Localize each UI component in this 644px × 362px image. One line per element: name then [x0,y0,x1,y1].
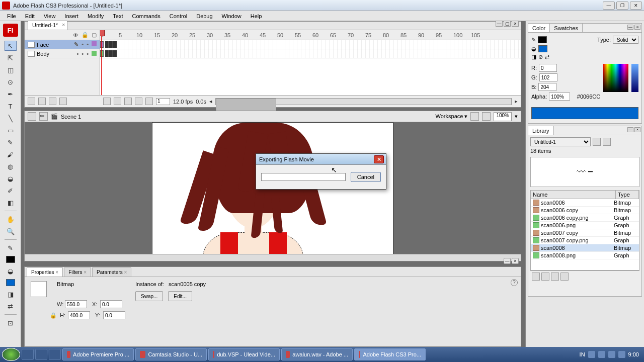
g-field[interactable] [539,73,557,81]
library-item[interactable]: scan0007 copyBitmap [531,229,639,237]
r-field[interactable] [539,64,557,72]
tab-color[interactable]: Color [528,24,550,32]
panel-minimize-icon[interactable]: — [627,25,633,30]
library-list[interactable]: Name Type scan0006Bitmapscan0006 copyBit… [530,190,639,270]
brush-tool[interactable]: 🖌 [5,149,17,159]
library-item[interactable]: scan0006.pngGraph [531,222,639,229]
black-white-icon[interactable]: ◨ [531,54,536,60]
tray-volume-icon[interactable] [598,351,605,358]
fill-swatch[interactable] [538,45,547,52]
library-item[interactable]: scan0006 copy.pngGraph [531,214,639,222]
swap-colors-icon[interactable]: ⇄ [545,54,549,60]
new-library-panel-icon[interactable] [603,138,611,146]
onion-skin-icon[interactable] [114,98,121,105]
quicklaunch-firefox-icon[interactable] [49,349,61,360]
back-icon[interactable]: ⇦ [39,112,48,121]
col-name[interactable]: Name [531,191,616,199]
modify-onion-markers-icon[interactable] [145,98,153,105]
edit-scene-dropdown-icon[interactable] [470,112,479,121]
menu-modify[interactable]: Modify [84,12,108,20]
panel-close-icon[interactable]: × [634,25,640,30]
panel-maximize-icon[interactable]: ▢ [504,21,511,27]
library-item[interactable]: scan0006Bitmap [531,199,639,207]
clock[interactable]: 9:00 [628,351,639,357]
frame-ruler[interactable]: 1510152025303540455055606570758085909510… [100,30,521,40]
maximize-button[interactable]: ❐ [616,2,628,10]
cancel-button[interactable]: Cancel [351,172,381,182]
taskbar-item[interactable]: Adobe Premiere Pro ... [62,348,134,360]
swap-colors-icon[interactable]: ⇄ [5,301,17,311]
layer-body[interactable]: Body ••• [25,49,100,58]
width-field[interactable] [65,300,87,308]
panel-minimize-icon[interactable]: — [496,21,503,27]
hand-tool[interactable]: ✋ [5,214,17,224]
delete-layer-icon[interactable] [59,98,67,105]
library-item[interactable]: scan0008.pngGraph [531,252,639,259]
library-item[interactable]: scan0008Bitmap [531,244,639,252]
free-transform-tool[interactable]: ◫ [5,65,17,75]
tab-library[interactable]: Library [528,126,554,135]
ink-bottle-tool[interactable]: ◍ [5,161,17,171]
taskbar-item[interactable]: awalun.wav - Adobe ... [281,348,353,360]
minimize-button[interactable]: — [603,2,615,10]
selection-tool[interactable]: ↖ [5,41,17,51]
menu-commands[interactable]: Commands [128,12,164,20]
pen-tool[interactable]: ✒ [5,89,17,99]
onion-skin-outlines-icon[interactable] [124,98,132,105]
zoom-dropdown-icon[interactable]: ▾ [515,113,518,120]
color-spectrum[interactable] [603,64,628,92]
library-item[interactable]: scan0007 copy.pngGraph [531,237,639,244]
taskbar-item[interactable]: dub.VSP - Ulead Vide... [208,348,280,360]
delete-icon[interactable] [560,273,569,281]
fill-color-swatch[interactable] [6,279,15,286]
y-field[interactable] [103,311,125,319]
line-tool[interactable]: ╲ [5,113,17,123]
menu-insert[interactable]: Insert [60,12,83,20]
tray-icon[interactable] [618,351,625,358]
document-tab[interactable]: Untitled-1* [28,21,67,30]
panel-close-icon[interactable]: × [512,258,519,264]
new-folder-icon[interactable] [49,98,56,105]
menu-control[interactable]: Control [166,12,191,20]
stroke-color-icon[interactable]: ✎ [5,243,17,253]
menu-view[interactable]: View [40,12,60,20]
rectangle-tool[interactable]: ▭ [5,125,17,135]
playhead[interactable] [101,30,102,95]
fill-picker-icon[interactable]: ◒ [531,46,536,52]
outline-column-icon[interactable]: ▢ [92,32,97,38]
tray-icon[interactable] [608,351,615,358]
library-doc-select[interactable]: Untitled-1 [530,137,591,146]
panel-minimize-icon[interactable]: — [504,258,511,264]
dialog-close-button[interactable]: ✕ [374,155,384,163]
properties-icon[interactable] [551,273,559,281]
language-indicator[interactable]: IN [580,351,585,357]
panel-close-icon[interactable]: × [512,21,519,27]
stroke-picker-icon[interactable]: ✎ [531,37,536,43]
eraser-tool[interactable]: ◧ [5,198,17,208]
lock-column-icon[interactable]: 🔒 [82,32,89,38]
taskbar-item[interactable]: Camtasia Studio - U... [135,348,207,360]
library-item[interactable]: scan0006 copyBitmap [531,207,639,214]
black-white-icon[interactable]: ◨ [5,289,17,299]
quicklaunch-explorer-icon[interactable] [22,349,34,360]
quicklaunch-media-icon[interactable] [35,349,47,360]
edit-button[interactable]: Edit... [168,291,192,301]
height-field[interactable] [68,311,90,319]
eyedropper-tool[interactable]: ✐ [5,186,17,196]
layer-face[interactable]: Face ✎•• [25,40,100,49]
frame-area[interactable]: 1510152025303540455055606570758085909510… [100,30,521,95]
stroke-swatch[interactable] [538,36,547,43]
current-frame-field[interactable] [156,98,170,105]
new-layer-icon[interactable] [28,98,35,105]
stage-scrollbar[interactable] [25,254,521,261]
fill-type-select[interactable]: Solid [613,36,638,44]
lasso-tool[interactable]: ⊙ [5,77,17,87]
x-field[interactable] [100,300,122,308]
workspace-menu[interactable]: Workspace ▾ [436,113,468,120]
panel-close-icon[interactable]: × [634,127,640,132]
start-button[interactable] [2,348,20,361]
zoom-tool[interactable]: 🔍 [5,226,17,236]
edit-symbol-dropdown-icon[interactable] [482,112,491,121]
frame-track-body[interactable] [100,49,521,58]
edit-scene-icon[interactable] [28,112,36,121]
